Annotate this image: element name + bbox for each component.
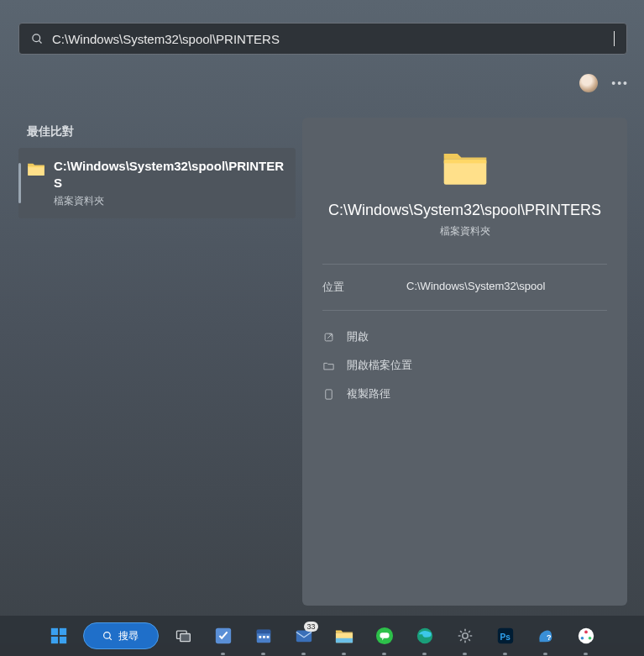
edge-icon: [416, 627, 434, 645]
copy-path-action[interactable]: 複製路徑: [322, 380, 607, 408]
svg-rect-7: [326, 389, 332, 398]
taskbar-app-settings[interactable]: [449, 620, 481, 652]
svg-line-13: [109, 638, 112, 640]
search-input[interactable]: C:\Windows\System32\spool\PRINTERS: [52, 32, 615, 46]
photoshop-icon: Ps: [496, 627, 515, 645]
folder-icon: [27, 161, 45, 176]
taskbar-app-help[interactable]: ?: [530, 620, 562, 652]
taskbar-search-label: 搜尋: [118, 629, 139, 643]
folder-outline-icon: [322, 359, 335, 372]
taskbar-search-button[interactable]: 搜尋: [83, 622, 159, 649]
open-icon: [322, 331, 335, 344]
svg-point-33: [584, 631, 588, 634]
svg-point-12: [104, 632, 111, 638]
svg-rect-9: [59, 628, 65, 635]
taskbar-app-mail[interactable]: 33: [288, 620, 320, 652]
more-options-button[interactable]: •••: [611, 76, 629, 90]
user-avatar[interactable]: [579, 74, 598, 92]
svg-point-0: [33, 34, 40, 41]
calendar-icon: [254, 627, 273, 645]
svg-rect-3: [28, 165, 45, 167]
search-icon: [31, 33, 44, 45]
location-value: C:\Windows\System32\spool: [406, 280, 607, 295]
folder-icon: [441, 148, 490, 186]
line-icon: [375, 627, 394, 645]
svg-line-1: [39, 40, 41, 43]
taskbar: 搜尋 33 Ps ?: [0, 616, 644, 656]
checkmark-icon: [214, 627, 233, 645]
start-button[interactable]: [43, 620, 75, 652]
taskbar-app-todo[interactable]: [207, 620, 239, 652]
windows-icon: [50, 627, 68, 645]
svg-rect-5: [443, 160, 486, 164]
open-action[interactable]: 開啟: [322, 323, 607, 351]
search-result-item[interactable]: C:\Windows\System32\spool\PRINTERS 檔案資料夾: [18, 148, 296, 218]
svg-point-35: [588, 637, 591, 640]
open-file-location-label: 開啟檔案位置: [347, 358, 412, 373]
svg-rect-22: [296, 631, 311, 643]
svg-rect-26: [380, 632, 389, 638]
svg-rect-24: [335, 638, 352, 643]
text-caret: [614, 31, 615, 46]
circle-dots-icon: [577, 627, 595, 645]
taskbar-app-calendar[interactable]: [248, 620, 280, 652]
svg-point-34: [580, 637, 584, 640]
search-icon: [102, 631, 113, 642]
detail-title: C:\Windows\System32\spool\PRINTERS: [322, 202, 607, 219]
location-label: 位置: [322, 280, 406, 295]
svg-text:Ps: Ps: [500, 632, 510, 642]
taskbar-app-photoshop[interactable]: Ps: [490, 620, 521, 652]
svg-rect-19: [259, 636, 261, 638]
detail-panel: C:\Windows\System32\spool\PRINTERS 檔案資料夾…: [302, 118, 627, 606]
open-label: 開啟: [347, 329, 369, 344]
folder-icon: [335, 627, 353, 644]
svg-rect-11: [59, 637, 65, 643]
copy-icon: [322, 388, 335, 401]
gear-icon: [456, 627, 474, 645]
search-bar[interactable]: C:\Windows\System32\spool\PRINTERS: [18, 23, 627, 55]
help-icon: ?: [537, 627, 555, 645]
detail-subtitle: 檔案資料夾: [322, 224, 607, 239]
taskbar-app-file-explorer[interactable]: [328, 620, 360, 652]
task-view-button[interactable]: [167, 620, 199, 652]
svg-text:?: ?: [546, 633, 551, 642]
svg-rect-15: [180, 634, 190, 642]
location-row: 位置 C:\Windows\System32\spool: [322, 265, 607, 311]
svg-point-32: [578, 628, 593, 643]
task-view-icon: [175, 627, 191, 644]
svg-rect-21: [266, 636, 269, 638]
result-subtitle: 檔案資料夾: [54, 194, 285, 208]
svg-rect-20: [263, 636, 265, 638]
results-list: 最佳比對 C:\Windows\System32\spool\PRINTERS …: [18, 118, 296, 218]
taskbar-app-line[interactable]: [369, 620, 401, 652]
selection-indicator: [18, 163, 21, 203]
svg-rect-10: [50, 637, 57, 643]
mail-badge: 33: [304, 622, 317, 632]
taskbar-app-edge[interactable]: [409, 620, 441, 652]
result-title: C:\Windows\System32\spool\PRINTERS: [54, 158, 285, 191]
svg-point-28: [462, 633, 467, 638]
taskbar-app-generic[interactable]: [570, 620, 602, 652]
svg-rect-8: [50, 628, 57, 635]
copy-path-label: 複製路徑: [347, 386, 390, 401]
svg-rect-18: [256, 630, 270, 634]
open-file-location-action[interactable]: 開啟檔案位置: [322, 351, 607, 380]
best-match-header: 最佳比對: [18, 118, 296, 148]
